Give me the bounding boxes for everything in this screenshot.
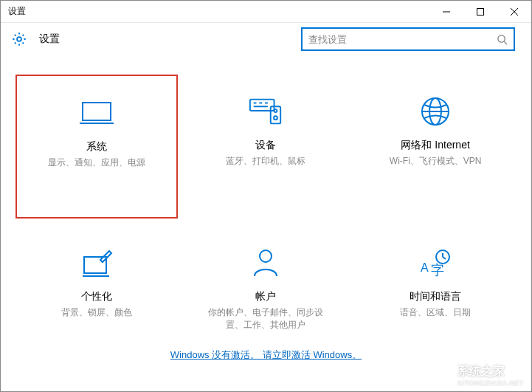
search-icon bbox=[496, 33, 508, 45]
tile-desc: 显示、通知、应用、电源 bbox=[48, 157, 145, 169]
svg-line-27 bbox=[443, 257, 446, 259]
svg-text:A: A bbox=[421, 261, 429, 274]
svg-line-6 bbox=[504, 41, 507, 44]
page-header: 设置 bbox=[1, 23, 531, 55]
display-icon bbox=[78, 94, 115, 131]
settings-grid: 系统 显示、通知、应用、电源 设备 蓝牙、打印机、鼠标 网络和 Internet… bbox=[1, 60, 531, 369]
tile-title: 系统 bbox=[86, 140, 107, 154]
tile-title: 时间和语言 bbox=[410, 290, 461, 303]
tile-personalization[interactable]: 个性化 背景、锁屏、颜色 bbox=[15, 226, 178, 370]
window-title: 设置 bbox=[1, 5, 26, 18]
tile-title: 设备 bbox=[255, 139, 276, 152]
svg-point-17 bbox=[274, 116, 278, 120]
watermark: 系统之家 XITONGZHIJIA.NET bbox=[432, 364, 524, 387]
gear-icon bbox=[11, 31, 27, 47]
tile-title: 帐户 bbox=[255, 290, 276, 303]
activation-link[interactable]: Windows 没有激活。 请立即激活 Windows。 bbox=[170, 349, 362, 360]
settings-grid-container: 系统 显示、通知、应用、电源 设备 蓝牙、打印机、鼠标 网络和 Internet… bbox=[1, 60, 531, 369]
tile-network[interactable]: 网络和 Internet Wi-Fi、飞行模式、VPN bbox=[354, 75, 517, 219]
maximize-button[interactable] bbox=[463, 1, 497, 22]
search-input[interactable] bbox=[308, 34, 496, 45]
tile-desc: 你的帐户、电子邮件、同步设置、工作、其他用户 bbox=[207, 306, 325, 332]
tile-desc: 蓝牙、打印机、鼠标 bbox=[226, 155, 305, 168]
tile-desc: 语音、区域、日期 bbox=[400, 306, 471, 319]
watermark-sub: XITONGZHIJIA.NET bbox=[457, 379, 524, 387]
tile-accounts[interactable]: 帐户 你的帐户、电子邮件、同步设置、工作、其他用户 bbox=[185, 226, 348, 370]
tile-system[interactable]: 系统 显示、通知、应用、电源 bbox=[15, 75, 178, 219]
tile-desc: Wi-Fi、飞行模式、VPN bbox=[390, 155, 482, 168]
watermark-main: 系统之家 bbox=[457, 364, 524, 379]
person-icon bbox=[247, 244, 284, 281]
svg-point-5 bbox=[497, 35, 504, 41]
svg-point-24 bbox=[260, 250, 272, 262]
close-icon bbox=[510, 7, 519, 16]
svg-rect-21 bbox=[84, 257, 106, 273]
tile-title: 个性化 bbox=[81, 290, 112, 303]
globe-icon bbox=[417, 93, 454, 130]
minimize-icon bbox=[442, 7, 451, 16]
personalization-icon bbox=[78, 244, 115, 281]
devices-icon bbox=[247, 93, 284, 130]
svg-rect-30 bbox=[442, 377, 446, 383]
tile-time-language[interactable]: A字 时间和语言 语音、区域、日期 bbox=[354, 226, 517, 370]
close-button[interactable] bbox=[497, 1, 531, 22]
svg-point-4 bbox=[17, 37, 21, 41]
svg-point-16 bbox=[274, 109, 277, 112]
svg-text:字: 字 bbox=[431, 263, 444, 278]
minimize-button[interactable] bbox=[429, 1, 463, 22]
search-box[interactable] bbox=[301, 27, 515, 51]
window-controls bbox=[429, 1, 531, 22]
page-title: 设置 bbox=[39, 32, 60, 46]
tile-title: 网络和 Internet bbox=[401, 139, 469, 152]
maximize-icon bbox=[476, 7, 485, 16]
svg-rect-7 bbox=[83, 103, 111, 120]
time-language-icon: A字 bbox=[417, 244, 454, 281]
tile-devices[interactable]: 设备 蓝牙、打印机、鼠标 bbox=[185, 75, 348, 219]
activation-banner: Windows 没有激活。 请立即激活 Windows。 bbox=[1, 348, 531, 362]
svg-point-23 bbox=[101, 260, 103, 261]
svg-rect-1 bbox=[477, 8, 484, 15]
title-bar: 设置 bbox=[1, 1, 531, 23]
tile-desc: 背景、锁屏、颜色 bbox=[61, 306, 132, 319]
house-icon bbox=[432, 365, 455, 387]
